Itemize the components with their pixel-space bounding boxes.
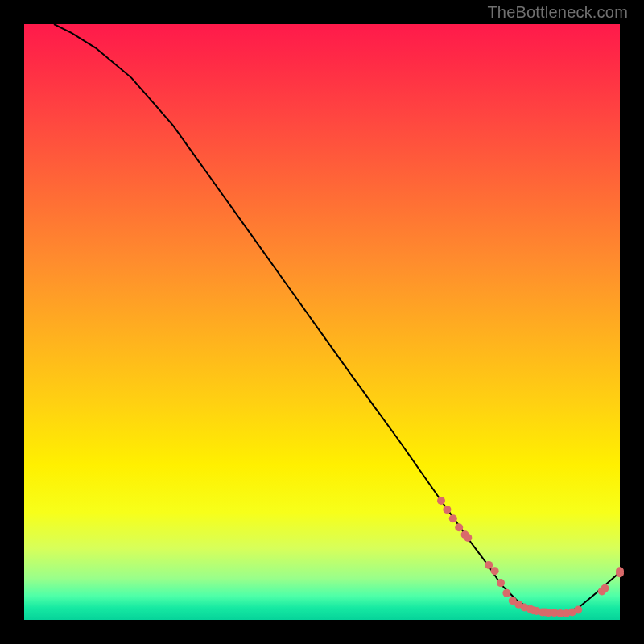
bottleneck-curve bbox=[54, 24, 620, 614]
data-point bbox=[497, 579, 505, 587]
data-point bbox=[449, 514, 457, 522]
chart-svg bbox=[24, 24, 620, 620]
data-point bbox=[574, 605, 582, 613]
data-point bbox=[601, 584, 609, 592]
data-point bbox=[455, 523, 463, 531]
data-point bbox=[491, 567, 499, 575]
data-point bbox=[485, 561, 493, 569]
data-point bbox=[616, 567, 624, 575]
chart-frame: TheBottleneck.com bbox=[0, 0, 644, 644]
data-point bbox=[443, 506, 451, 514]
data-point bbox=[502, 589, 510, 597]
cluster-dots bbox=[437, 497, 624, 617]
watermark-text: TheBottleneck.com bbox=[487, 3, 628, 22]
data-point bbox=[464, 534, 472, 542]
data-point bbox=[437, 497, 445, 505]
